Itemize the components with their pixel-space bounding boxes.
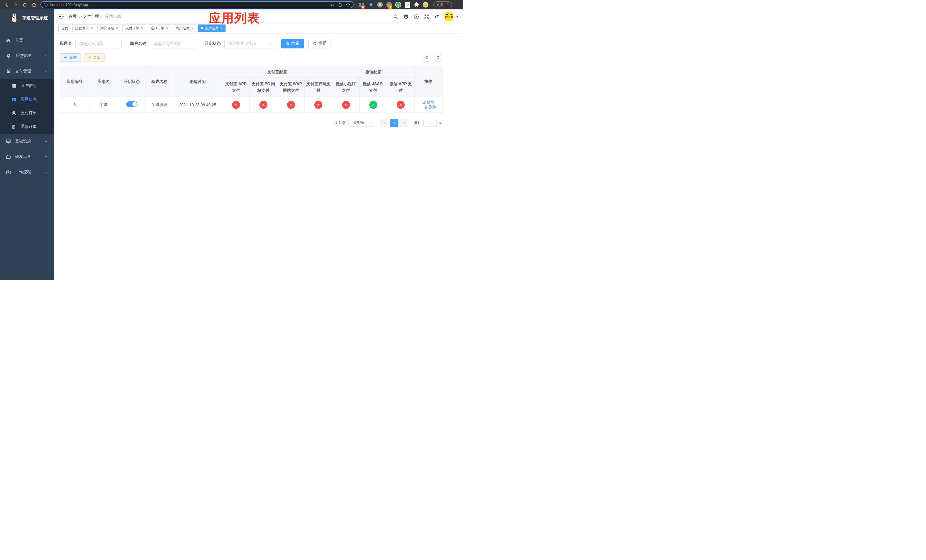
export-button[interactable]: 导出 — [84, 53, 105, 62]
user-avatar[interactable] — [445, 12, 453, 21]
sidebar-menu: 首页 系统管理 ¥ 支付管理 — [0, 33, 54, 180]
active-dot — [201, 27, 203, 29]
sidebar-item-workflow[interactable]: 工作流程 — [0, 164, 54, 180]
avatar-dropdown-caret[interactable] — [456, 16, 459, 17]
col-group-alipay: 支付宝配置 — [222, 67, 332, 78]
cell-created: 2021-10-23 08:49:25 — [173, 97, 222, 113]
show-search-toggle-button[interactable] — [423, 53, 431, 62]
search-button[interactable]: 搜索 — [281, 39, 304, 48]
extension-blue-diamond-icon[interactable]: 10 — [359, 2, 365, 8]
github-icon[interactable] — [404, 14, 409, 19]
page-number-1[interactable]: 1 — [390, 119, 398, 127]
breadcrumb-payment[interactable]: 支付管理 — [83, 14, 99, 19]
password-key-icon[interactable] — [330, 3, 334, 7]
sidebar-item-dev-tools[interactable]: 研发工具 — [0, 149, 54, 164]
next-page-button[interactable] — [400, 119, 409, 127]
sidebar-item-app-info[interactable]: 应用信息 — [0, 92, 54, 106]
share-icon[interactable] — [338, 3, 342, 7]
sidebar-item-home[interactable]: 首页 — [0, 33, 54, 48]
sidebar-item-payment[interactable]: ¥ 支付管理 — [0, 64, 54, 79]
font-size-icon[interactable]: ᴛT — [434, 14, 439, 19]
breadcrumb-home[interactable]: 首页 — [69, 14, 77, 19]
browser-menu-icon[interactable]: ⋮ — [445, 3, 449, 6]
goto-page-input[interactable] — [424, 119, 437, 127]
url-text[interactable]: localhost:1024/pay/app — [50, 3, 328, 7]
close-icon[interactable]: ✕ — [141, 26, 143, 30]
wechat-jsapi-status-icon: ✓ — [369, 101, 377, 109]
app-table: 应用编号 应用名 开启状态 商户名称 创建时间 支付宝配置 微信配置 操作 支付… — [60, 66, 442, 113]
site-info-icon[interactable]: i — [44, 3, 48, 7]
alipay-app-status-icon: × — [232, 101, 240, 109]
prev-page-button[interactable] — [380, 119, 388, 127]
app-name-input-wrap — [76, 39, 122, 48]
col-merchant: 商户名称 — [146, 67, 173, 97]
sidebar-item-refund-orders[interactable]: 退款订单 — [0, 120, 54, 133]
add-button[interactable]: 新增 — [60, 53, 81, 62]
app-logo[interactable]: 芋道管理系统 — [0, 9, 54, 26]
tag-merchant-info[interactable]: 商户信息✕ — [173, 24, 197, 32]
extension-camera-icon[interactable]: 1 — [386, 2, 392, 8]
merchant-name-input[interactable] — [153, 41, 192, 46]
close-icon[interactable]: ✕ — [220, 26, 223, 30]
bookmark-star-icon[interactable] — [346, 3, 350, 7]
page-size-select[interactable]: 10条/页 — [348, 119, 375, 127]
goto-label: 前往 — [414, 120, 421, 125]
browser-forward-button[interactable] — [12, 1, 20, 9]
profile-avatar-icon[interactable] — [422, 2, 428, 8]
tag-pay-orders[interactable]: 支付订单✕ — [123, 24, 146, 32]
app-name-input[interactable] — [79, 41, 118, 46]
cell-status — [118, 97, 146, 113]
tag-refund-orders[interactable]: 退款订单✕ — [148, 24, 171, 32]
browser-extensions: 10 ⌘ 1 y 更新 ⋮ — [359, 2, 452, 8]
gear-icon — [6, 53, 11, 58]
payment-submenu: 商户信息 应用信息 ¥ 支付订单 — [0, 79, 54, 133]
reset-button[interactable]: 重置 — [309, 39, 331, 48]
grid-icon — [12, 97, 17, 102]
col-status: 开启状态 — [118, 67, 146, 97]
extension-gem-icon[interactable] — [368, 2, 374, 8]
sidebar: 芋道管理系统 首页 系统管理 ¥ 支付管理 — [0, 9, 54, 280]
header-search-icon[interactable] — [393, 14, 398, 19]
delete-link[interactable]: 删除 — [424, 105, 437, 110]
address-bar[interactable]: i localhost:1024/pay/app — [41, 1, 354, 8]
close-icon[interactable]: ✕ — [91, 26, 93, 30]
browser-home-button[interactable] — [30, 1, 38, 9]
toolbox-icon — [6, 154, 11, 159]
browser-update-button[interactable]: 更新 ⋮ — [433, 2, 452, 8]
sidebar-item-merchant-info[interactable]: 商户信息 — [0, 79, 54, 92]
tag-home[interactable]: 首页 — [58, 24, 71, 32]
browser-reload-button[interactable] — [21, 1, 29, 9]
tag-process-form[interactable]: 流程表单✕ — [72, 24, 96, 32]
navbar-actions: ? ᴛT — [393, 12, 459, 21]
close-icon[interactable]: ✕ — [166, 26, 169, 30]
app-name-label: 应用名 — [60, 41, 72, 46]
status-toggle[interactable] — [126, 101, 138, 107]
col-created: 创建时间 — [173, 67, 222, 97]
extension-command-icon[interactable]: ⌘ — [377, 2, 383, 8]
shop-icon — [12, 83, 17, 88]
browser-back-button[interactable] — [3, 1, 10, 9]
fullscreen-icon[interactable] — [424, 14, 429, 19]
close-icon[interactable]: ✕ — [116, 26, 118, 30]
extension-y-icon[interactable]: y — [395, 2, 401, 8]
breadcrumb: 首页 / 支付管理 / 应用信息 — [69, 14, 121, 19]
extension-badge: 10 — [361, 5, 365, 9]
refresh-table-button[interactable] — [434, 53, 442, 62]
extension-doc-icon[interactable] — [404, 2, 410, 8]
col-actions: 操作 — [415, 67, 442, 97]
col-alipay-pc: 支付宝 PC 网站支付 — [250, 78, 277, 97]
chevron-down-icon — [44, 155, 48, 158]
status-select[interactable]: 请选择开启状态 — [224, 39, 275, 48]
col-alipay-app: 支付宝 APP 支付 — [222, 78, 250, 97]
sidebar-item-pay-orders[interactable]: ¥ 支付订单 — [0, 106, 54, 120]
tag-user-group[interactable]: 用户分组✕ — [97, 24, 121, 32]
svg-text:¥: ¥ — [14, 112, 15, 115]
extensions-puzzle-icon[interactable] — [413, 2, 419, 8]
table-toolbar: 新增 导出 — [60, 53, 442, 62]
sidebar-item-infrastructure[interactable]: 基础设施 — [0, 133, 54, 149]
sidebar-fold-icon[interactable] — [58, 14, 64, 20]
edit-link[interactable]: 修改 — [422, 100, 435, 104]
help-icon[interactable]: ? — [414, 14, 419, 19]
sidebar-item-system[interactable]: 系统管理 — [0, 48, 54, 64]
close-icon[interactable]: ✕ — [191, 26, 194, 30]
